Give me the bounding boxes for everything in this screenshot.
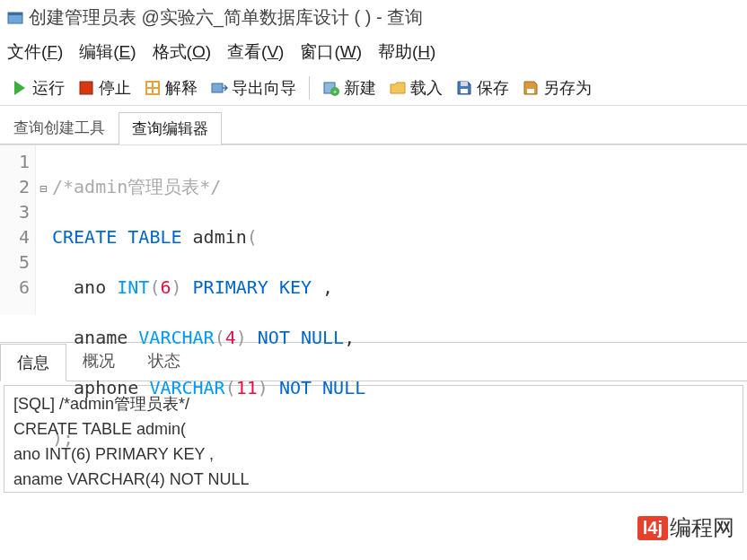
code-area[interactable]: /*admin管理员表*/ CREATE TABLE admin( ano IN… xyxy=(36,145,369,315)
watermark-badge: l4j xyxy=(637,516,668,540)
save-icon xyxy=(455,79,473,97)
tab-editor[interactable]: 查询编辑器 xyxy=(119,112,222,144)
watermark: l4j 编程网 xyxy=(637,513,734,542)
menu-view[interactable]: 查看(V) xyxy=(227,40,284,64)
explain-icon xyxy=(144,79,162,97)
stop-button[interactable]: 停止 xyxy=(72,74,136,101)
svg-marker-2 xyxy=(14,81,25,95)
svg-rect-11 xyxy=(461,89,468,93)
tab-summary[interactable]: 概况 xyxy=(66,343,132,381)
window-title: 创建管理员表 @实验六_简单数据库设计 ( ) - 查询 xyxy=(29,5,423,30)
output-line: aname VARCHAR(4) NOT NULL xyxy=(13,467,734,492)
watermark-text: 编程网 xyxy=(670,513,734,542)
svg-rect-1 xyxy=(8,13,22,15)
output-line: ano INT(6) PRIMARY KEY , xyxy=(13,442,734,467)
tab-builder[interactable]: 查询创建工具 xyxy=(0,111,119,144)
toolbar: 运行 停止 解释 导出向导 + 新建 载入 保存 另存为 xyxy=(0,71,747,106)
titlebar: 创建管理员表 @实验六_简单数据库设计 ( ) - 查询 xyxy=(0,0,747,35)
tab-info[interactable]: 信息 xyxy=(0,344,66,381)
toolbar-divider xyxy=(309,76,310,100)
line-gutter: 1 2 3 4 5 6 xyxy=(0,145,36,315)
svg-rect-12 xyxy=(461,82,468,86)
play-icon xyxy=(11,79,29,97)
load-button[interactable]: 载入 xyxy=(383,74,448,101)
output-panel[interactable]: [SQL] /*admin管理员表*/ CREATE TABLE admin( … xyxy=(4,385,743,493)
query-window-icon xyxy=(7,10,23,26)
menu-edit[interactable]: 编辑(E) xyxy=(79,40,136,64)
menu-format[interactable]: 格式(O) xyxy=(153,40,211,64)
new-icon: + xyxy=(322,79,340,97)
export-icon xyxy=(210,79,228,97)
menu-help[interactable]: 帮助(H) xyxy=(378,40,435,64)
folder-open-icon xyxy=(389,79,407,97)
run-button[interactable]: 运行 xyxy=(5,74,70,101)
result-tabs: 信息 概况 状态 xyxy=(0,342,747,381)
menu-file[interactable]: 文件(F) xyxy=(7,40,63,64)
svg-rect-3 xyxy=(80,82,92,94)
query-tabs: 查询创建工具 查询编辑器 xyxy=(0,106,747,144)
saveas-icon xyxy=(522,79,540,97)
svg-text:+: + xyxy=(333,88,338,96)
export-button[interactable]: 导出向导 xyxy=(205,74,302,101)
svg-rect-13 xyxy=(527,89,534,93)
stop-icon xyxy=(77,79,95,97)
menubar: 文件(F) 编辑(E) 格式(O) 查看(V) 窗口(W) 帮助(H) xyxy=(0,35,747,71)
svg-rect-7 xyxy=(212,83,223,92)
tab-status[interactable]: 状态 xyxy=(132,343,198,381)
output-line: CREATE TABLE admin( xyxy=(13,416,734,442)
menu-window[interactable]: 窗口(W) xyxy=(300,40,362,64)
output-line: [SQL] /*admin管理员表*/ xyxy=(13,391,734,416)
sql-editor[interactable]: 1 2 3 4 5 6 /*admin管理员表*/ CREATE TABLE a… xyxy=(0,144,747,315)
saveas-button[interactable]: 另存为 xyxy=(516,74,597,101)
new-button[interactable]: + 新建 xyxy=(317,74,382,101)
save-button[interactable]: 保存 xyxy=(450,74,514,101)
explain-button[interactable]: 解释 xyxy=(138,74,203,101)
